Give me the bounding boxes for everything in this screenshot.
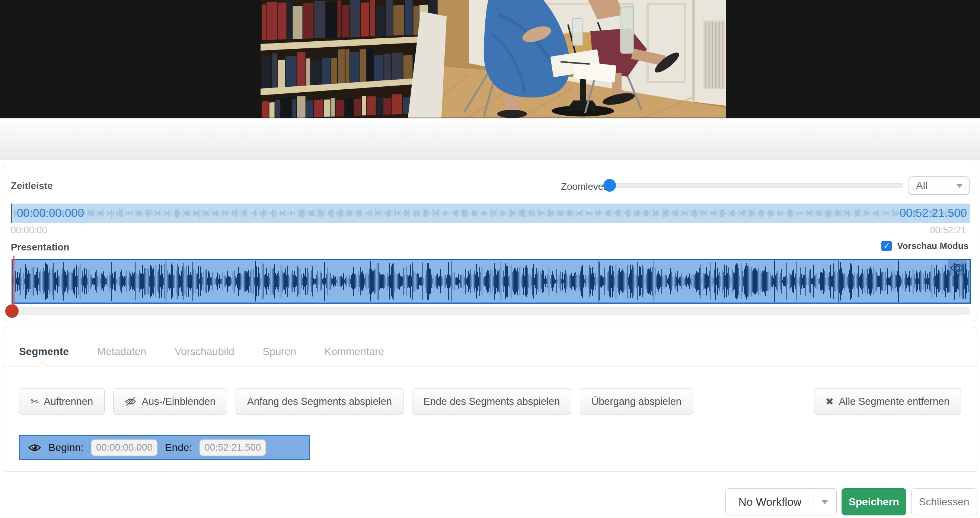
tab-spuren[interactable]: Spuren <box>263 346 296 358</box>
waveform-track[interactable] <box>11 259 971 303</box>
zoomlevel-slider-knob[interactable] <box>603 179 616 192</box>
tab-row: Segmente Metadaten Vorschaubild Spuren K… <box>3 326 977 367</box>
axis-end-label: 00:52:21 <box>930 225 966 235</box>
split-button-label: Auftrennen <box>44 396 93 407</box>
save-button[interactable]: Speichern <box>842 488 906 515</box>
axis-start-label: 00:00:00 <box>11 225 47 235</box>
remove-all-segments-button[interactable]: ✖ Alle Segmente entfernen <box>814 388 961 415</box>
remove-all-segments-label: Alle Segmente entfernen <box>839 396 950 407</box>
track-title: Presentation <box>11 242 70 253</box>
playback-controls-bar: 0 : 0 : 0 . 0 HR MIN SEC MS <box>0 118 980 160</box>
tab-segmente[interactable]: Segmente <box>19 346 69 358</box>
chevron-down-icon <box>956 184 963 191</box>
select-divider <box>814 494 814 510</box>
tab-vorschaubild[interactable]: Vorschaubild <box>175 346 234 358</box>
workflow-select[interactable]: No Workflow <box>725 488 837 515</box>
chevron-down-icon <box>821 500 828 508</box>
waveform-canvas <box>13 260 970 302</box>
segment-toolbar: ✂ Auftrennen Aus-/Einblenden Anfang des … <box>3 367 977 415</box>
eye-icon <box>950 263 965 273</box>
timeline-end-time: 00:52:21.500 <box>900 207 967 220</box>
video-editor: 0 : 0 : 0 . 0 HR MIN SEC MS Zeitleiste Z… <box>0 0 980 518</box>
play-segment-start-label: Anfang des Segments abspielen <box>247 396 392 407</box>
eye-slash-icon <box>125 397 137 406</box>
timeline-noise-canvas <box>11 203 970 223</box>
footer-actions: No Workflow Speichern Schliessen <box>725 488 977 515</box>
tab-metadaten[interactable]: Metadaten <box>97 346 146 358</box>
preview-mode-toggle: ✓ Vorschau Modus <box>881 241 969 251</box>
editor-tabs-panel: Segmente Metadaten Vorschaubild Spuren K… <box>3 326 977 472</box>
video-scene <box>261 0 726 118</box>
play-segment-end-label: Ende des Segments abspielen <box>423 396 560 407</box>
track-filter-select[interactable]: All <box>908 176 970 195</box>
toggle-visibility-label: Aus-/Einblenden <box>142 396 215 407</box>
playhead-line <box>13 256 14 312</box>
video-frame[interactable] <box>261 0 726 118</box>
preview-mode-checkbox[interactable]: ✓ <box>881 241 892 251</box>
segment-begin-label: Beginn: <box>48 442 84 454</box>
play-transition-button[interactable]: Übergang abspielen <box>580 388 693 415</box>
preview-mode-label: Vorschau Modus <box>897 241 969 251</box>
timeline-cursor[interactable] <box>11 203 12 223</box>
close-button[interactable]: Schliessen <box>911 488 977 515</box>
playhead-handle[interactable] <box>5 304 19 318</box>
segment-end-label: Ende: <box>165 442 192 454</box>
eye-icon <box>28 443 41 452</box>
x-icon: ✖ <box>826 396 834 407</box>
waveform-scrollbar[interactable] <box>11 307 970 315</box>
segment-list-item[interactable]: Beginn: Ende: <box>19 435 310 460</box>
timeline-panel: Zeitleiste Zoomlevel: All 00:00:00.000 0… <box>3 165 977 321</box>
video-player-area <box>0 0 980 118</box>
play-transition-label: Übergang abspielen <box>592 396 681 407</box>
timeline-title: Zeitleiste <box>11 180 53 192</box>
split-button[interactable]: ✂ Auftrennen <box>19 388 105 415</box>
track-filter-value: All <box>916 180 928 192</box>
toggle-visibility-button[interactable]: Aus-/Einblenden <box>113 388 227 415</box>
scissors-icon: ✂ <box>30 396 39 407</box>
zoomlevel-slider[interactable] <box>606 183 903 187</box>
segment-begin-input[interactable] <box>91 440 158 456</box>
play-segment-end-button[interactable]: Ende des Segments abspielen <box>412 388 571 415</box>
tab-kommentare[interactable]: Kommentare <box>325 346 384 358</box>
play-segment-start-button[interactable]: Anfang des Segments abspielen <box>235 388 404 415</box>
zoomlevel-label: Zoomlevel: <box>561 181 608 192</box>
timeline-cursor-time: 00:00:00.000 <box>17 207 84 220</box>
workflow-select-value: No Workflow <box>738 496 801 508</box>
segment-end-input[interactable] <box>199 440 266 456</box>
timeline-overview-bar[interactable]: 00:00:00.000 00:52:21.500 <box>11 203 970 223</box>
segment-visibility-overlay[interactable] <box>948 260 967 276</box>
